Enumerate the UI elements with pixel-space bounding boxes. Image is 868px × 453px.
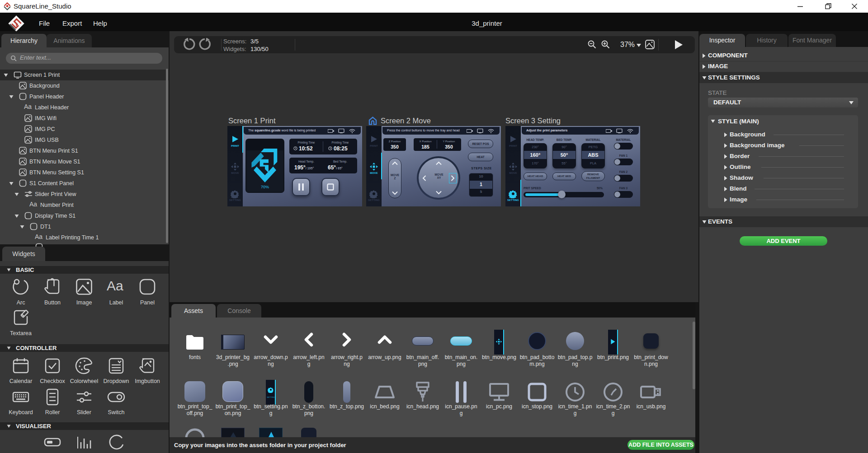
svg-text:Aa: Aa — [29, 201, 37, 208]
svg-text:Aa: Aa — [107, 278, 123, 293]
svg-text:Aa: Aa — [35, 233, 42, 240]
svg-text:Aa: Aa — [24, 103, 32, 110]
